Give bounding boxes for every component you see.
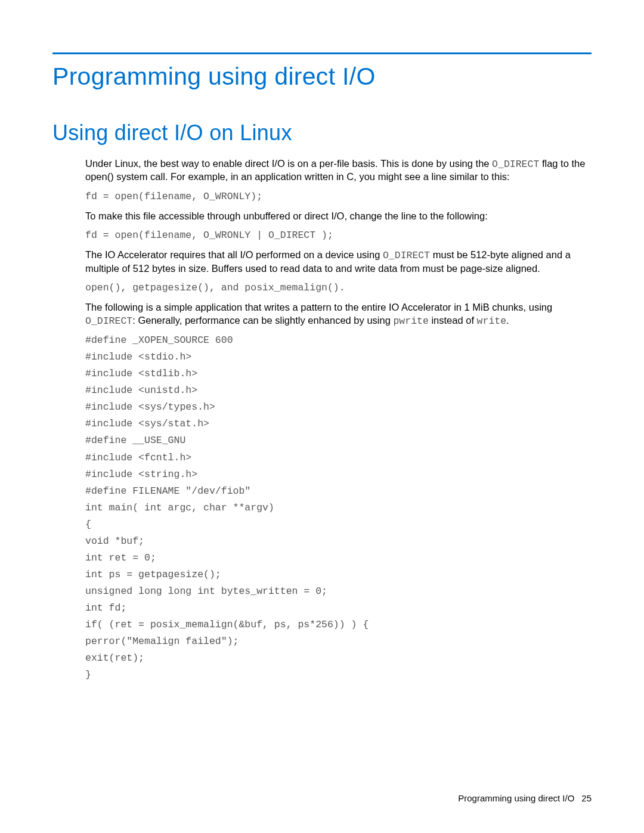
footer-page-number: 25 xyxy=(581,793,592,803)
inline-code-o-direct-1: O_DIRECT xyxy=(492,159,539,170)
paragraph-4-c: instead of xyxy=(429,315,477,326)
paragraph-3: The IO Accelerator requires that all I/O… xyxy=(85,249,592,275)
document-page: Programming using direct I/O Using direc… xyxy=(0,0,644,833)
inline-code-write: write xyxy=(477,315,507,327)
paragraph-2: To make this file accessible through unb… xyxy=(85,210,592,222)
paragraph-4-d: . xyxy=(506,315,509,326)
inline-code-o-direct-3: O_DIRECT xyxy=(85,315,132,327)
page-footer: Programming using direct I/O25 xyxy=(458,793,592,803)
paragraph-4-a: The following is a simple application th… xyxy=(85,302,552,312)
top-rule xyxy=(52,52,592,54)
code-block-4: #define _XOPEN_SOURCE 600 #include <stdi… xyxy=(85,332,592,683)
inline-code-pwrite: pwrite xyxy=(393,315,428,327)
paragraph-4: The following is a simple application th… xyxy=(85,301,592,327)
footer-text: Programming using direct I/O xyxy=(458,793,574,803)
code-block-3: open(), getpagesize(), and posix_memalig… xyxy=(85,280,592,296)
body-block: Under Linux, the best way to enable dire… xyxy=(85,157,592,683)
code-block-2: fd = open(filename, O_WRONLY | O_DIRECT … xyxy=(85,227,592,244)
paragraph-1-a: Under Linux, the best way to enable dire… xyxy=(85,158,492,169)
section-title: Using direct I/O on Linux xyxy=(52,120,592,145)
paragraph-1: Under Linux, the best way to enable dire… xyxy=(85,157,592,184)
code-block-1: fd = open(filename, O_WRONLY); xyxy=(85,188,592,205)
chapter-title: Programming using direct I/O xyxy=(52,63,592,91)
inline-code-o-direct-2: O_DIRECT xyxy=(383,250,430,261)
paragraph-4-b: : Generally, performance can be slightly… xyxy=(132,315,393,326)
paragraph-3-a: The IO Accelerator requires that all I/O… xyxy=(85,249,383,260)
